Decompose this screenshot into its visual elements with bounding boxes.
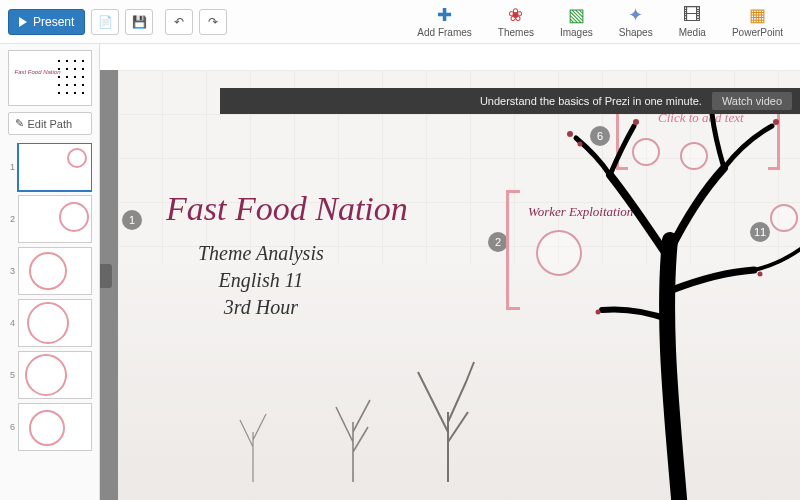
thumb-number: 6: [7, 422, 15, 432]
tool-label: Images: [560, 27, 593, 38]
tool-media[interactable]: 🎞Media: [679, 5, 706, 38]
sidebar-flyout-handle[interactable]: [100, 264, 112, 288]
overview-title: Fast Food Nation: [15, 69, 61, 75]
path-thumb-6[interactable]: [18, 403, 92, 451]
subtitle-line: Theme Analysis: [198, 240, 324, 267]
path-thumb-1[interactable]: [18, 143, 92, 191]
edit-path-label: Edit Path: [28, 118, 73, 130]
svg-point-6: [758, 272, 763, 277]
present-button[interactable]: Present: [8, 9, 85, 35]
canvas-wrap: Understand the basics of Prezi in one mi…: [100, 44, 800, 500]
play-icon: [19, 17, 27, 27]
overview-thumbnail[interactable]: Fast Food Nation: [8, 50, 92, 106]
powerpoint-icon: ▦: [747, 5, 767, 25]
pencil-icon: ✎: [15, 117, 24, 130]
tool-images[interactable]: ▧Images: [560, 5, 593, 38]
theme-icon: ❀: [506, 5, 526, 25]
new-file-button[interactable]: 📄: [91, 9, 119, 35]
image-icon: ▧: [566, 5, 586, 25]
watch-video-button[interactable]: Watch video: [712, 92, 792, 110]
present-label: Present: [33, 15, 74, 29]
banner-text: Understand the basics of Prezi in one mi…: [480, 95, 702, 107]
path-badge-1[interactable]: 1: [122, 210, 142, 230]
tool-themes[interactable]: ❀Themes: [498, 5, 534, 38]
tool-powerpoint[interactable]: ▦PowerPoint: [732, 5, 783, 38]
main-tree-graphic: [510, 90, 800, 500]
tool-shapes[interactable]: ✦Shapes: [619, 5, 653, 38]
tool-group: ✚Add Frames ❀Themes ▧Images ✦Shapes 🎞Med…: [417, 5, 783, 38]
subtitle-line: English 11: [198, 267, 324, 294]
tool-label: Media: [679, 27, 706, 38]
thumb-number: 1: [7, 162, 15, 172]
svg-point-2: [633, 119, 639, 125]
sidebar: Fast Food Nation ✎ Edit Path 1 2 3 4 5 6: [0, 44, 100, 500]
svg-point-7: [596, 310, 601, 315]
bg-tree: [228, 392, 278, 482]
path-thumbnails: 1 2 3 4 5 6: [7, 143, 92, 500]
svg-point-4: [773, 119, 779, 125]
bg-tree: [408, 352, 488, 482]
redo-icon: ↷: [208, 15, 218, 29]
tool-label: Add Frames: [417, 27, 471, 38]
shapes-icon: ✦: [626, 5, 646, 25]
file-icon: 📄: [98, 15, 113, 29]
subtitle-line: 3rd Hour: [198, 294, 324, 321]
path-thumb-4[interactable]: [18, 299, 92, 347]
edit-path-button[interactable]: ✎ Edit Path: [8, 112, 92, 135]
undo-button[interactable]: ↶: [165, 9, 193, 35]
presentation-subtitle[interactable]: Theme Analysis English 11 3rd Hour: [198, 240, 324, 321]
undo-icon: ↶: [174, 15, 184, 29]
tool-label: Themes: [498, 27, 534, 38]
svg-point-1: [578, 142, 583, 147]
thumb-number: 4: [7, 318, 15, 328]
redo-button[interactable]: ↷: [199, 9, 227, 35]
path-badge-2[interactable]: 2: [488, 232, 508, 252]
top-toolbar: Present 📄 💾 ↶ ↷ ✚Add Frames ❀Themes ▧Ima…: [0, 0, 800, 44]
svg-point-0: [567, 131, 573, 137]
path-thumb-3[interactable]: [18, 247, 92, 295]
thumb-number: 5: [7, 370, 15, 380]
canvas[interactable]: Fast Food Nation Theme Analysis English …: [118, 70, 800, 500]
thumb-number: 2: [7, 214, 15, 224]
save-icon: 💾: [132, 15, 147, 29]
tool-label: PowerPoint: [732, 27, 783, 38]
save-button[interactable]: 💾: [125, 9, 153, 35]
tool-add-frames[interactable]: ✚Add Frames: [417, 5, 471, 38]
plus-icon: ✚: [435, 5, 455, 25]
path-thumb-2[interactable]: [18, 195, 92, 243]
workspace: Fast Food Nation ✎ Edit Path 1 2 3 4 5 6…: [0, 44, 800, 500]
presentation-title[interactable]: Fast Food Nation: [166, 190, 408, 228]
media-icon: 🎞: [682, 5, 702, 25]
path-thumb-5[interactable]: [18, 351, 92, 399]
tutorial-banner: Understand the basics of Prezi in one mi…: [220, 88, 800, 114]
bg-tree: [318, 372, 388, 482]
thumb-number: 3: [7, 266, 15, 276]
tool-label: Shapes: [619, 27, 653, 38]
